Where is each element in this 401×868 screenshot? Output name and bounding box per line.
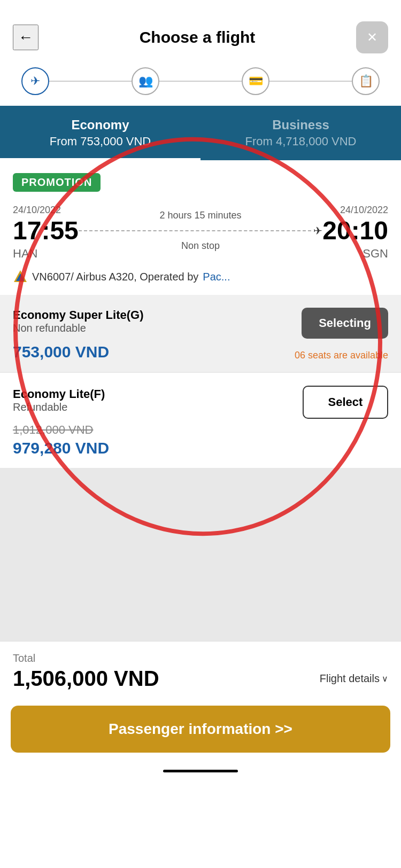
close-button[interactable]: ✕ bbox=[356, 21, 388, 53]
business-tab-price: From 4,718,000 VND bbox=[209, 135, 392, 148]
header: ← Choose a flight ✕ bbox=[0, 0, 401, 62]
business-tab-label: Business bbox=[209, 118, 392, 132]
fare-option-economy-super-lite[interactable]: Economy Super Lite(G) Non refundable Sel… bbox=[0, 295, 401, 372]
fare-refund-2: Refundable bbox=[13, 401, 105, 413]
step-3-payment: 💳 bbox=[242, 67, 269, 95]
step-1-flight: ✈ bbox=[21, 67, 49, 95]
total-bar: Total 1,506,000 VND Flight details ∨ bbox=[0, 641, 401, 699]
departure-info: 24/10/2022 17:55 HAN bbox=[13, 205, 79, 261]
fare-refund-1: Non refundable bbox=[13, 322, 143, 334]
page-title: Choose a flight bbox=[140, 28, 256, 46]
economy-tab-price: From 753,000 VND bbox=[9, 135, 192, 148]
arrival-info: 24/10/2022 20:10 SGN bbox=[322, 205, 388, 261]
progress-steps: ✈ 👥 💳 📋 bbox=[0, 62, 401, 106]
fare-price-discounted-2: 979,280 VND bbox=[13, 439, 109, 457]
plane-icon: ✈ bbox=[313, 224, 322, 237]
select-button[interactable]: Select bbox=[303, 386, 388, 419]
fare-class-tabs: Economy From 753,000 VND Business From 4… bbox=[0, 106, 401, 160]
fare-availability-1: 06 seats are available bbox=[295, 350, 388, 361]
flight-duration: 2 hours 15 minutes bbox=[159, 210, 241, 221]
selecting-button[interactable]: Selecting bbox=[302, 308, 388, 339]
total-amount: 1,506,000 VND bbox=[13, 667, 159, 691]
arrival-airport: SGN bbox=[322, 247, 388, 261]
flight-route: 24/10/2022 17:55 HAN 2 hours 15 minutes … bbox=[13, 205, 388, 261]
step-line-3 bbox=[269, 81, 352, 82]
chevron-down-icon: ∨ bbox=[382, 674, 388, 684]
arrival-time: 20:10 bbox=[322, 218, 388, 244]
home-bar bbox=[163, 770, 238, 772]
fare-name-2: Economy Lite(F) bbox=[13, 387, 105, 401]
confirm-step-icon: 📋 bbox=[359, 74, 373, 88]
passengers-step-icon: 👥 bbox=[138, 74, 153, 88]
airline-logo bbox=[13, 269, 28, 284]
tab-business[interactable]: Business From 4,718,000 VND bbox=[200, 106, 401, 160]
step-line-1 bbox=[49, 81, 132, 82]
cta-section: Passenger information >> bbox=[0, 699, 401, 763]
payment-step-icon: 💳 bbox=[249, 74, 263, 88]
airline-text: VN6007/ Airbus A320, Operated by bbox=[32, 271, 198, 283]
flight-details-label: Flight details bbox=[320, 672, 380, 685]
departure-airport: HAN bbox=[13, 247, 79, 261]
step-2-passengers: 👥 bbox=[132, 67, 159, 95]
passenger-info-button[interactable]: Passenger information >> bbox=[11, 706, 390, 753]
home-indicator bbox=[0, 763, 401, 777]
promo-badge: PROMOTION bbox=[13, 173, 101, 192]
step-4-confirm: 📋 bbox=[352, 67, 380, 95]
flight-card: PROMOTION 24/10/2022 17:55 HAN 2 hours 1… bbox=[0, 160, 401, 295]
main-content: PROMOTION 24/10/2022 17:55 HAN 2 hours 1… bbox=[0, 160, 401, 641]
route-dashed-line bbox=[79, 230, 311, 231]
fare-price-strike-2: 1,012,000 VND bbox=[13, 423, 109, 437]
back-button[interactable]: ← bbox=[13, 25, 38, 50]
back-arrow-icon: ← bbox=[18, 29, 33, 46]
total-label: Total bbox=[13, 652, 388, 664]
departure-time: 17:55 bbox=[13, 218, 79, 244]
fare-price-1: 753,000 VND bbox=[13, 343, 109, 361]
close-icon: ✕ bbox=[367, 30, 377, 45]
flight-duration-info: 2 hours 15 minutes ✈ Non stop bbox=[79, 205, 322, 252]
step-line-2 bbox=[159, 81, 242, 82]
airline-info: VN6007/ Airbus A320, Operated by Pac... bbox=[13, 269, 388, 284]
tab-economy[interactable]: Economy From 753,000 VND bbox=[0, 106, 200, 160]
economy-tab-label: Economy bbox=[9, 118, 192, 132]
fare-option-economy-lite[interactable]: Economy Lite(F) Refundable Select 1,012,… bbox=[0, 373, 401, 468]
arrival-date: 24/10/2022 bbox=[322, 205, 388, 216]
flight-step-icon: ✈ bbox=[30, 74, 40, 88]
stop-type: Non stop bbox=[181, 240, 220, 252]
airline-operator-link[interactable]: Pac... bbox=[203, 271, 230, 283]
departure-date: 24/10/2022 bbox=[13, 205, 79, 216]
flight-details-button[interactable]: Flight details ∨ bbox=[320, 672, 388, 685]
fare-name-1: Economy Super Lite(G) bbox=[13, 308, 143, 322]
